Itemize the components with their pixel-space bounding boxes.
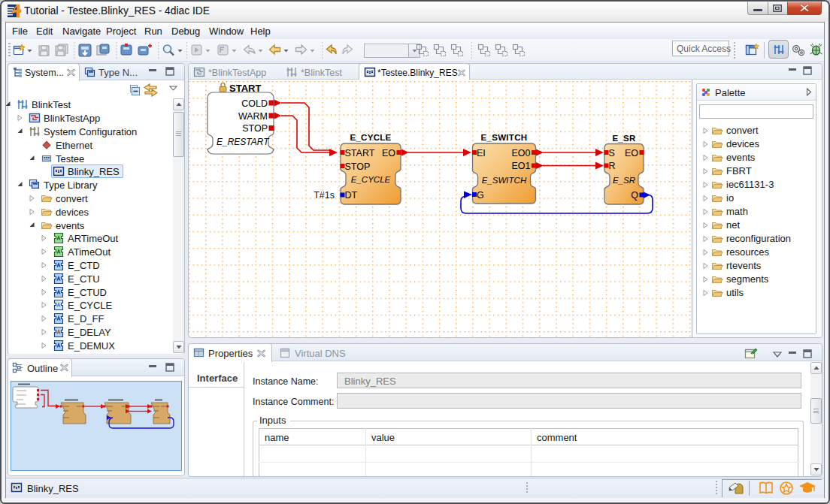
svg-text:E_SR: E_SR: [613, 176, 635, 185]
svg-text:Q: Q: [631, 190, 638, 201]
svg-text:E_CYCLE: E_CYCLE: [350, 133, 391, 142]
svg-text:R: R: [609, 161, 616, 171]
svg-text:E_SWITCH: E_SWITCH: [482, 176, 527, 185]
svg-text:EO1: EO1: [511, 161, 530, 171]
svg-text:T#1s: T#1s: [314, 190, 335, 201]
svg-text:E_CYCLE: E_CYCLE: [351, 175, 391, 184]
svg-text:G: G: [477, 190, 484, 201]
svg-text:E_RESTART: E_RESTART: [217, 137, 270, 147]
svg-text:DT: DT: [345, 190, 358, 201]
svg-text:EI: EI: [477, 148, 486, 158]
svg-text:S: S: [609, 148, 615, 158]
svg-text:E_SWITCH: E_SWITCH: [481, 133, 528, 142]
svg-text:EO: EO: [382, 148, 395, 158]
svg-text:E_SR: E_SR: [612, 134, 636, 143]
svg-text:START: START: [229, 83, 261, 94]
svg-text:STOP: STOP: [345, 161, 371, 172]
svg-text:EO0: EO0: [511, 148, 530, 158]
svg-text:START: START: [345, 148, 375, 158]
svg-text:WARM: WARM: [238, 111, 268, 122]
svg-text:EO: EO: [625, 148, 638, 158]
svg-text:STOP: STOP: [242, 123, 268, 134]
svg-text:COLD: COLD: [241, 98, 268, 109]
